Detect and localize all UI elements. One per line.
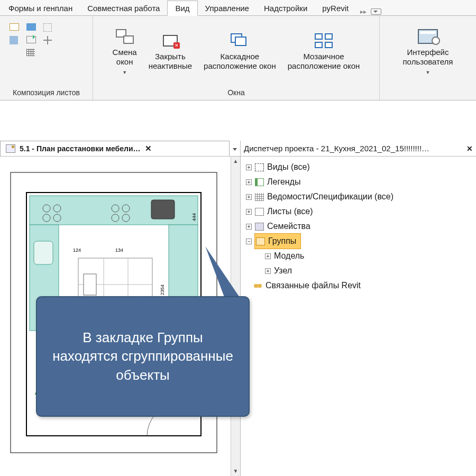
- tree-node-views[interactable]: + Виды (все): [244, 160, 474, 175]
- expand-icon[interactable]: +: [246, 224, 252, 230]
- cascade-windows-button[interactable]: Каскадное расположение окон: [202, 31, 278, 72]
- tab-overflow-icon[interactable]: ▸▸: [360, 8, 367, 15]
- user-interface-button[interactable]: Интерфейс пользователя ▼: [401, 26, 455, 76]
- expand-icon[interactable]: +: [265, 268, 271, 274]
- expand-icon[interactable]: +: [246, 194, 252, 200]
- svg-rect-21: [34, 241, 53, 264]
- tree-node-families[interactable]: + Семейства: [244, 219, 474, 234]
- tree-node-legends[interactable]: + Легенды: [244, 175, 474, 189]
- view-tab-title: 5.1 - План расстановки мебели…: [20, 144, 141, 153]
- close-inactive-button[interactable]: ✕ Закрыть неактивные: [147, 31, 194, 72]
- close-icon[interactable]: ✕: [466, 144, 473, 153]
- tree-node-links[interactable]: Связанные файлы Revit: [244, 278, 474, 293]
- tree-node-model[interactable]: + Модель: [244, 249, 474, 263]
- tree-node-groups[interactable]: − Группы: [244, 234, 474, 249]
- ribbon: Композиция листов Смена окон ▼ ✕ Закрыть…: [0, 16, 476, 100]
- sheet-composition-buttons: [5, 20, 56, 59]
- title-block-icon[interactable]: [43, 23, 52, 32]
- panel-label-blank: [380, 86, 476, 100]
- annotation-callout: В закладке Группы находятся сгруппирован…: [36, 296, 250, 417]
- expand-icon[interactable]: +: [265, 253, 271, 259]
- scroll-up-icon[interactable]: ▲: [231, 157, 240, 166]
- view-tab[interactable]: 5.1 - План расстановки мебели… ✕: [0, 141, 230, 156]
- svg-rect-11: [84, 274, 96, 295]
- svg-text:124: 124: [73, 248, 81, 253]
- tree-node-sheets[interactable]: + Листы (все): [244, 204, 474, 219]
- svg-text:444: 444: [191, 213, 197, 221]
- family-icon: [255, 223, 264, 231]
- expand-icon[interactable]: +: [246, 164, 252, 170]
- panel-label-sheet-composition: Композиция листов: [0, 86, 93, 100]
- view-placeholder-icon[interactable]: [26, 23, 36, 31]
- sheet-icon: [255, 208, 264, 216]
- link-icon: [253, 282, 262, 290]
- guide-grid-icon[interactable]: [43, 36, 52, 44]
- svg-text:2354: 2354: [160, 285, 165, 295]
- sheet-icon[interactable]: [10, 23, 19, 31]
- tab-pyrevit[interactable]: pyRevit: [315, 1, 356, 15]
- chevron-down-icon: ▼: [426, 70, 431, 75]
- matchline-icon[interactable]: [10, 36, 18, 44]
- views-icon: [255, 163, 264, 171]
- group-icon: [256, 237, 265, 245]
- project-browser-title: Диспетчер проекта - 21_Кухня_2021_02_15!…: [244, 144, 466, 153]
- expand-icon[interactable]: +: [246, 179, 252, 185]
- legend-icon: [255, 178, 264, 186]
- blank-icon: [10, 49, 19, 56]
- switch-windows-button[interactable]: Смена окон ▼: [111, 26, 139, 76]
- tab-view[interactable]: Вид: [167, 1, 197, 16]
- view-reference-icon[interactable]: [26, 36, 36, 43]
- project-browser-tree: + Виды (все) + Легенды + Ведомости/Специ…: [241, 157, 476, 296]
- collapse-icon[interactable]: −: [246, 239, 252, 244]
- tab-collaborate[interactable]: Совместная работа: [80, 1, 167, 15]
- schedule-icon: [255, 193, 264, 201]
- document-icon: [6, 144, 15, 153]
- svg-text:134: 134: [115, 248, 123, 253]
- tab-manage[interactable]: Управление: [198, 1, 257, 15]
- scroll-down-icon[interactable]: ▼: [231, 466, 240, 476]
- chevron-down-icon: ▼: [122, 70, 127, 75]
- svg-rect-22: [151, 200, 175, 219]
- annotation-text: В закладке Группы находятся сгруппирован…: [49, 328, 237, 384]
- project-browser: Диспетчер проекта - 21_Кухня_2021_02_15!…: [241, 141, 476, 476]
- tab-forms[interactable]: Формы и генплан: [1, 1, 80, 15]
- panel-label-windows: Окна: [93, 86, 379, 100]
- tab-dropdown-icon[interactable]: [371, 8, 381, 15]
- expand-icon[interactable]: +: [246, 209, 252, 215]
- tab-addins[interactable]: Надстройки: [257, 1, 315, 15]
- tile-windows-button[interactable]: Мозаичное расположение окон: [286, 31, 362, 72]
- grid-icon[interactable]: [26, 49, 35, 56]
- workspace: 5.1 - План расстановки мебели… ✕ ▲ ▼: [0, 100, 476, 476]
- ribbon-tabs: Формы и генплан Совместная работа Вид Уп…: [0, 0, 476, 16]
- view-tab-options[interactable]: [230, 145, 240, 152]
- tree-node-detail[interactable]: + Узел: [244, 263, 474, 278]
- tree-node-schedules[interactable]: + Ведомости/Спецификации (все): [244, 189, 474, 204]
- blank-icon-2: [43, 49, 52, 56]
- close-icon[interactable]: ✕: [145, 144, 152, 153]
